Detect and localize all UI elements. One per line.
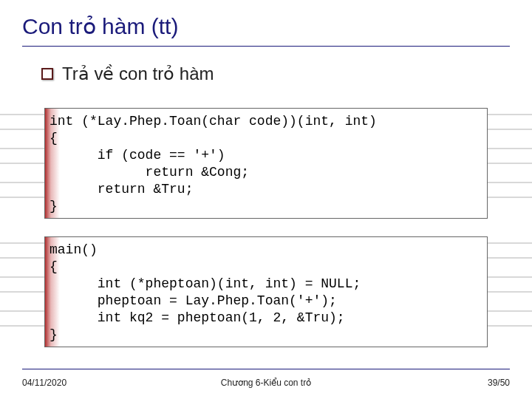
- code-block-2: main(){ int (*pheptoan)(int, int) = NULL…: [44, 236, 488, 347]
- title-underline: [22, 46, 510, 47]
- footer-date: 04/11/2020: [22, 378, 66, 388]
- footer-chapter: Chương 6-Kiểu con trỏ: [22, 378, 510, 388]
- footer-rule: [22, 369, 510, 369]
- square-bullet-icon: [41, 68, 53, 80]
- slide: Con trỏ hàm (tt) Trả về con trỏ hàm int …: [0, 0, 532, 399]
- bullet-row: Trả về con trỏ hàm: [41, 64, 214, 84]
- code-text-1: int (*Lay.Phep.Toan(char code))(int, int…: [50, 113, 482, 215]
- code-text-2: main(){ int (*pheptoan)(int, int) = NULL…: [50, 242, 482, 344]
- footer-page: 39/50: [488, 378, 510, 388]
- slide-title: Con trỏ hàm (tt): [22, 13, 178, 39]
- bullet-text: Trả về con trỏ hàm: [62, 64, 214, 84]
- footer: 04/11/2020 Chương 6-Kiểu con trỏ 39/50: [22, 375, 510, 390]
- code-block-1: int (*Lay.Phep.Toan(char code))(int, int…: [44, 108, 488, 219]
